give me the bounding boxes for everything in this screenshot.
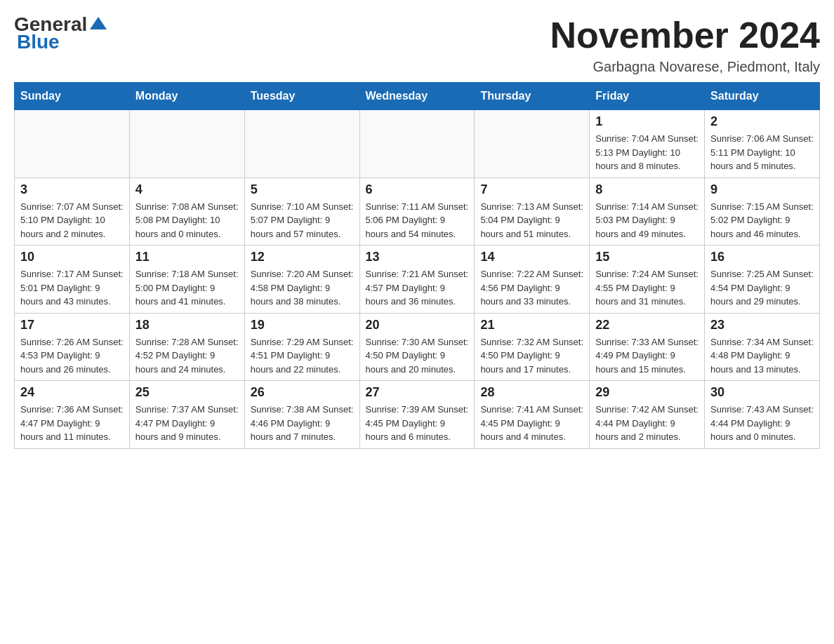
day-number: 24 xyxy=(20,385,124,400)
day-number: 2 xyxy=(710,114,814,129)
day-info: Sunrise: 7:36 AM Sunset: 4:47 PM Dayligh… xyxy=(20,403,124,444)
table-row: 4Sunrise: 7:08 AM Sunset: 5:08 PM Daylig… xyxy=(129,177,244,246)
table-row: 26Sunrise: 7:38 AM Sunset: 4:46 PM Dayli… xyxy=(244,381,359,449)
day-number: 9 xyxy=(710,182,814,197)
day-info: Sunrise: 7:21 AM Sunset: 4:57 PM Dayligh… xyxy=(366,267,469,309)
day-info: Sunrise: 7:28 AM Sunset: 4:52 PM Dayligh… xyxy=(135,335,239,377)
header-tuesday: Tuesday xyxy=(244,83,359,110)
day-info: Sunrise: 7:14 AM Sunset: 5:03 PM Dayligh… xyxy=(595,200,699,241)
calendar-table: Sunday Monday Tuesday Wednesday Thursday… xyxy=(14,82,820,449)
title-block: November 2024 Garbagna Novarese, Piedmon… xyxy=(550,14,820,75)
day-number: 25 xyxy=(135,385,239,400)
day-number: 26 xyxy=(251,385,354,400)
table-row xyxy=(359,110,475,178)
table-row: 24Sunrise: 7:36 AM Sunset: 4:47 PM Dayli… xyxy=(15,381,130,449)
day-number: 15 xyxy=(595,250,699,264)
day-number: 22 xyxy=(595,318,699,333)
day-info: Sunrise: 7:43 AM Sunset: 4:44 PM Dayligh… xyxy=(710,403,814,444)
table-row: 3Sunrise: 7:07 AM Sunset: 5:10 PM Daylig… xyxy=(15,177,130,246)
day-number: 5 xyxy=(251,182,354,197)
day-info: Sunrise: 7:38 AM Sunset: 4:46 PM Dayligh… xyxy=(251,403,354,444)
day-number: 4 xyxy=(135,182,239,197)
table-row: 22Sunrise: 7:33 AM Sunset: 4:49 PM Dayli… xyxy=(590,313,705,381)
day-number: 1 xyxy=(595,114,699,129)
table-row: 18Sunrise: 7:28 AM Sunset: 4:52 PM Dayli… xyxy=(129,313,244,381)
day-info: Sunrise: 7:24 AM Sunset: 4:55 PM Dayligh… xyxy=(595,267,699,309)
day-info: Sunrise: 7:37 AM Sunset: 4:47 PM Dayligh… xyxy=(135,403,239,444)
table-row xyxy=(15,110,130,178)
table-row: 12Sunrise: 7:20 AM Sunset: 4:58 PM Dayli… xyxy=(244,246,359,314)
day-number: 20 xyxy=(366,318,469,333)
day-number: 21 xyxy=(480,318,583,333)
table-row: 2Sunrise: 7:06 AM Sunset: 5:11 PM Daylig… xyxy=(705,110,820,178)
logo-icon xyxy=(88,14,108,34)
table-row: 23Sunrise: 7:34 AM Sunset: 4:48 PM Dayli… xyxy=(705,313,820,381)
table-row: 8Sunrise: 7:14 AM Sunset: 5:03 PM Daylig… xyxy=(590,177,705,246)
table-row: 15Sunrise: 7:24 AM Sunset: 4:55 PM Dayli… xyxy=(590,246,705,314)
page-header: General Blue November 2024 Garbagna Nova… xyxy=(14,14,820,75)
header-friday: Friday xyxy=(590,83,705,110)
day-info: Sunrise: 7:17 AM Sunset: 5:01 PM Dayligh… xyxy=(20,267,124,309)
day-number: 23 xyxy=(710,318,814,333)
calendar-header-row: Sunday Monday Tuesday Wednesday Thursday… xyxy=(15,83,820,110)
table-row: 9Sunrise: 7:15 AM Sunset: 5:02 PM Daylig… xyxy=(705,177,820,246)
day-number: 27 xyxy=(366,385,469,400)
day-info: Sunrise: 7:10 AM Sunset: 5:07 PM Dayligh… xyxy=(251,200,354,241)
day-info: Sunrise: 7:41 AM Sunset: 4:45 PM Dayligh… xyxy=(480,403,583,444)
day-info: Sunrise: 7:04 AM Sunset: 5:13 PM Dayligh… xyxy=(595,132,699,173)
day-info: Sunrise: 7:33 AM Sunset: 4:49 PM Dayligh… xyxy=(595,335,699,377)
day-info: Sunrise: 7:18 AM Sunset: 5:00 PM Dayligh… xyxy=(135,267,239,309)
day-info: Sunrise: 7:25 AM Sunset: 4:54 PM Dayligh… xyxy=(710,267,814,309)
table-row: 13Sunrise: 7:21 AM Sunset: 4:57 PM Dayli… xyxy=(359,246,475,314)
table-row: 7Sunrise: 7:13 AM Sunset: 5:04 PM Daylig… xyxy=(475,177,590,246)
day-info: Sunrise: 7:32 AM Sunset: 4:50 PM Dayligh… xyxy=(480,335,583,377)
table-row: 11Sunrise: 7:18 AM Sunset: 5:00 PM Dayli… xyxy=(129,246,244,314)
day-info: Sunrise: 7:29 AM Sunset: 4:51 PM Dayligh… xyxy=(251,335,354,377)
day-number: 8 xyxy=(595,182,699,197)
day-number: 11 xyxy=(135,250,239,264)
day-info: Sunrise: 7:39 AM Sunset: 4:45 PM Dayligh… xyxy=(366,403,469,444)
table-row: 28Sunrise: 7:41 AM Sunset: 4:45 PM Dayli… xyxy=(475,381,590,449)
logo-blue-text: Blue xyxy=(17,31,60,53)
table-row: 16Sunrise: 7:25 AM Sunset: 4:54 PM Dayli… xyxy=(705,246,820,314)
day-info: Sunrise: 7:22 AM Sunset: 4:56 PM Dayligh… xyxy=(480,267,583,309)
day-number: 3 xyxy=(20,182,124,197)
table-row xyxy=(244,110,359,178)
day-info: Sunrise: 7:11 AM Sunset: 5:06 PM Dayligh… xyxy=(366,200,469,241)
logo: General Blue xyxy=(14,14,108,53)
header-saturday: Saturday xyxy=(705,83,820,110)
table-row: 14Sunrise: 7:22 AM Sunset: 4:56 PM Dayli… xyxy=(475,246,590,314)
day-info: Sunrise: 7:30 AM Sunset: 4:50 PM Dayligh… xyxy=(366,335,469,377)
day-number: 7 xyxy=(480,182,583,197)
day-number: 12 xyxy=(251,250,354,264)
day-number: 14 xyxy=(480,250,583,264)
day-number: 10 xyxy=(20,250,124,264)
day-info: Sunrise: 7:06 AM Sunset: 5:11 PM Dayligh… xyxy=(710,132,814,173)
month-title: November 2024 xyxy=(550,14,820,56)
day-number: 18 xyxy=(135,318,239,333)
day-number: 29 xyxy=(595,385,699,400)
header-monday: Monday xyxy=(129,83,244,110)
day-info: Sunrise: 7:34 AM Sunset: 4:48 PM Dayligh… xyxy=(710,335,814,377)
table-row: 30Sunrise: 7:43 AM Sunset: 4:44 PM Dayli… xyxy=(705,381,820,449)
day-number: 19 xyxy=(251,318,354,333)
day-info: Sunrise: 7:26 AM Sunset: 4:53 PM Dayligh… xyxy=(20,335,124,377)
table-row: 27Sunrise: 7:39 AM Sunset: 4:45 PM Dayli… xyxy=(359,381,475,449)
table-row xyxy=(475,110,590,178)
day-number: 13 xyxy=(366,250,469,264)
day-number: 30 xyxy=(710,385,814,400)
day-number: 28 xyxy=(480,385,583,400)
day-number: 17 xyxy=(20,318,124,333)
table-row xyxy=(129,110,244,178)
table-row: 19Sunrise: 7:29 AM Sunset: 4:51 PM Dayli… xyxy=(244,313,359,381)
day-info: Sunrise: 7:42 AM Sunset: 4:44 PM Dayligh… xyxy=(595,403,699,444)
table-row: 6Sunrise: 7:11 AM Sunset: 5:06 PM Daylig… xyxy=(359,177,475,246)
header-sunday: Sunday xyxy=(15,83,130,110)
table-row: 25Sunrise: 7:37 AM Sunset: 4:47 PM Dayli… xyxy=(129,381,244,449)
day-info: Sunrise: 7:08 AM Sunset: 5:08 PM Dayligh… xyxy=(135,200,239,241)
svg-marker-0 xyxy=(90,17,107,29)
table-row: 10Sunrise: 7:17 AM Sunset: 5:01 PM Dayli… xyxy=(15,246,130,314)
header-thursday: Thursday xyxy=(475,83,590,110)
day-number: 16 xyxy=(710,250,814,264)
table-row: 17Sunrise: 7:26 AM Sunset: 4:53 PM Dayli… xyxy=(15,313,130,381)
